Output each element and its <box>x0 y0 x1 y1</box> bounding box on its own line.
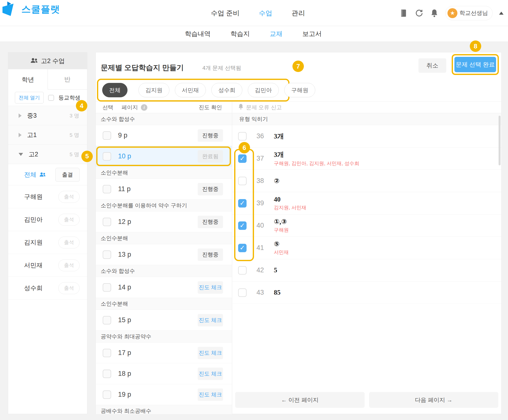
student-filter-chip[interactable]: 김민아 <box>248 83 279 97</box>
student-filter-chip[interactable]: 김지원 <box>138 83 169 97</box>
main-nav-item[interactable]: 수업 <box>259 9 272 18</box>
page-row[interactable]: 9 p진행중 <box>96 125 232 146</box>
page-checkbox[interactable] <box>103 283 111 292</box>
question-row[interactable]: 425 <box>232 259 501 281</box>
bell-icon[interactable] <box>430 9 439 18</box>
attendance-status-pill[interactable]: 출석 <box>58 282 80 294</box>
info-icon[interactable]: i <box>141 104 147 111</box>
main-nav-item[interactable]: 수업 준비 <box>211 9 240 18</box>
submit-selection-button[interactable]: 문제 선택 완료 <box>454 57 496 72</box>
question-row[interactable]: 38② <box>232 170 501 192</box>
error-report-header[interactable]: 문제 오류 신고 <box>232 102 501 113</box>
sub-nav-item[interactable]: 보고서 <box>302 30 322 38</box>
question-checkbox[interactable] <box>238 288 247 297</box>
top-header: 스쿨플랫 수업 준비수업관리 ★ 학교선생님 <box>0 0 508 26</box>
book-icon[interactable] <box>399 9 408 18</box>
page-checkbox[interactable] <box>103 390 111 399</box>
student-filter-chip[interactable]: 성수희 <box>211 83 242 97</box>
page-checkbox[interactable] <box>103 185 111 193</box>
page-checkbox[interactable] <box>103 250 111 259</box>
attendance-status-pill[interactable]: 출석 <box>58 259 80 271</box>
progress-status[interactable]: 진도 체크 <box>198 388 223 401</box>
student-filter-chip[interactable]: 서민재 <box>175 83 206 97</box>
wrong-students: 서민재 <box>274 249 289 256</box>
page-row[interactable]: 11 p진행중 <box>96 179 232 200</box>
sub-nav-item[interactable]: 학습내역 <box>185 30 211 38</box>
user-menu[interactable]: ★ 학교선생님 <box>445 6 493 20</box>
page-row[interactable]: 10 p완료됨5 <box>96 146 232 167</box>
prev-page-button[interactable]: ← 이전 페이지 <box>235 392 365 408</box>
page-label: 13 p <box>118 251 131 258</box>
all-students-row[interactable]: 전체 출결 <box>8 164 87 185</box>
question-column: 문제 오류 신고 유형 익히기 363개373개구해원, 김민아, 김지원, 서… <box>232 102 501 414</box>
page-row[interactable]: 18 p진도 체크 <box>96 363 232 384</box>
question-checkbox[interactable] <box>238 266 247 275</box>
page-row[interactable]: 19 p진도 체크 <box>96 384 232 405</box>
question-checkbox[interactable] <box>238 177 247 185</box>
page-label: 12 p <box>118 218 131 226</box>
selected-count: 4개 문제 선택됨 <box>202 64 241 72</box>
attendance-status-pill[interactable]: 출석 <box>58 237 80 248</box>
sub-nav-item[interactable]: 교재 <box>270 30 283 38</box>
question-number: 38 <box>256 177 274 185</box>
scrollbar-thumb[interactable] <box>499 116 501 165</box>
student-list: 구해원출석김민아출석김지원출석서민재출석성수희출석 <box>8 185 87 300</box>
question-row[interactable]: 41⑤서민재 <box>232 237 501 259</box>
sidebar-tab[interactable]: 반 <box>48 69 87 89</box>
page-checkbox[interactable] <box>103 218 111 226</box>
student-name: 김민아 <box>24 215 43 224</box>
answer-value: ② <box>274 177 280 185</box>
page-row[interactable]: 13 p진행중 <box>96 244 232 265</box>
student-filter-chip[interactable]: 구해원 <box>284 83 315 97</box>
page-row[interactable]: 12 p진행중 <box>96 211 232 232</box>
grade-tree-row[interactable]: 고15 명 <box>8 125 87 145</box>
question-row[interactable]: 4385 <box>232 281 501 304</box>
page-checkbox[interactable] <box>103 316 111 324</box>
caret-up-icon[interactable] <box>499 12 504 15</box>
logo[interactable]: 스쿨플랫 <box>2 1 60 17</box>
question-row[interactable]: 40①,③구해원 <box>232 214 501 237</box>
student-row[interactable]: 김민아출석 <box>8 208 87 231</box>
sidebar-tab[interactable]: 학년 <box>8 69 48 90</box>
error-report-label: 문제 오류 신고 <box>246 104 282 111</box>
student-row[interactable]: 서민재출석 <box>8 254 87 277</box>
question-checkbox[interactable] <box>238 154 247 163</box>
page-checkbox[interactable] <box>103 131 111 140</box>
progress-status[interactable]: 진도 체크 <box>198 281 223 294</box>
answer-value: 3개 <box>274 150 359 159</box>
main-nav-item[interactable]: 관리 <box>292 9 305 18</box>
page-checkbox[interactable] <box>103 349 111 357</box>
attend-filter-checkbox[interactable] <box>48 95 54 101</box>
page-row[interactable]: 14 p진도 체크 <box>96 277 232 298</box>
question-row[interactable]: 373개구해원, 김민아, 김지원, 서민재, 성수희 <box>232 147 501 170</box>
question-checkbox[interactable] <box>238 132 247 140</box>
chevron-down-icon <box>19 153 23 156</box>
attendance-button[interactable]: 출결 <box>55 168 80 182</box>
page-row[interactable]: 15 p진도 체크 <box>96 310 232 331</box>
page-checkbox[interactable] <box>103 370 111 378</box>
question-row[interactable]: 3940김지원, 서민재 <box>232 192 501 214</box>
student-filter-chip[interactable]: 전체 <box>102 83 127 97</box>
refresh-icon[interactable] <box>414 9 423 18</box>
grade-tree-row[interactable]: 고25 명 <box>8 145 87 164</box>
student-row[interactable]: 김지원출석 <box>8 231 87 254</box>
sidebar-controls: 전체 열기 등교학생 <box>8 90 87 106</box>
expand-all-button[interactable]: 전체 열기 <box>15 92 44 104</box>
progress-status[interactable]: 진도 체크 <box>198 347 223 359</box>
page-row[interactable]: 17 p진도 체크 <box>96 343 232 363</box>
question-row[interactable]: 363개 <box>232 125 501 147</box>
cancel-button[interactable]: 취소 <box>418 58 446 73</box>
progress-status[interactable]: 진도 체크 <box>198 368 223 380</box>
grade-tree-row[interactable]: 중33 명 <box>8 106 87 125</box>
student-row[interactable]: 구해원출석 <box>8 185 87 208</box>
question-checkbox[interactable] <box>238 244 247 252</box>
next-page-button[interactable]: 다음 페이지 → <box>369 392 499 408</box>
sub-nav-item[interactable]: 학습지 <box>230 30 250 38</box>
attendance-status-pill[interactable]: 출석 <box>58 214 80 226</box>
question-checkbox[interactable] <box>238 199 247 208</box>
student-row[interactable]: 성수희출석 <box>8 277 87 300</box>
progress-status[interactable]: 진도 체크 <box>198 314 223 326</box>
page-checkbox[interactable] <box>103 152 111 161</box>
question-checkbox[interactable] <box>238 221 247 230</box>
attendance-status-pill[interactable]: 출석 <box>58 191 80 203</box>
